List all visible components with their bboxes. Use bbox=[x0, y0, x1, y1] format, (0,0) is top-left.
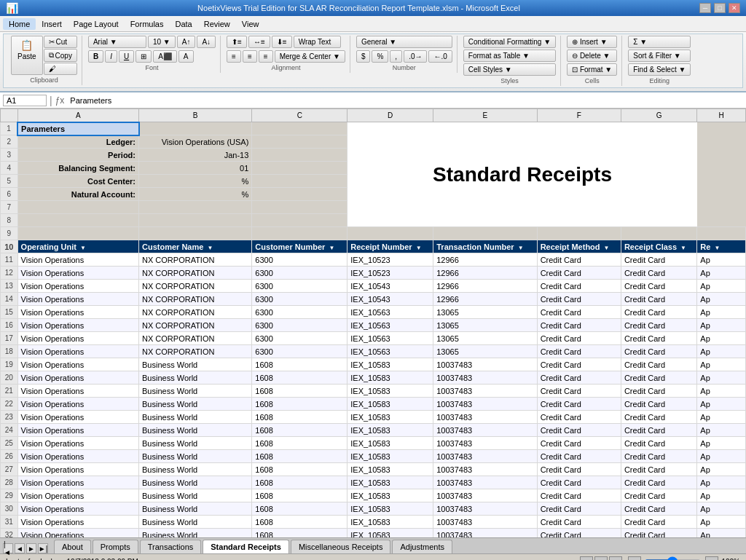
menu-data[interactable]: Data bbox=[169, 18, 197, 30]
cell-c19[interactable]: 1608 bbox=[252, 358, 348, 371]
cell-a17[interactable]: Vision Operations bbox=[17, 332, 138, 345]
cell-e31[interactable]: 10037483 bbox=[433, 516, 537, 529]
autosum-button[interactable]: Σ ▼ bbox=[628, 36, 691, 48]
cell-e9[interactable] bbox=[433, 227, 537, 240]
cut-button[interactable]: ✂Cut bbox=[44, 36, 77, 48]
cell-a11[interactable]: Vision Operations bbox=[17, 253, 138, 267]
header-transaction-number[interactable]: Transaction Number ▼ bbox=[433, 240, 537, 253]
cell-a19[interactable]: Vision Operations bbox=[17, 358, 138, 371]
cell-e22[interactable]: 10037483 bbox=[433, 398, 537, 411]
cell-e19[interactable]: 10037483 bbox=[433, 358, 537, 371]
cell-b27[interactable]: Business World bbox=[139, 463, 252, 476]
col-header-d[interactable]: D bbox=[348, 109, 433, 122]
cell-a7[interactable] bbox=[17, 201, 138, 214]
cell-d30[interactable]: IEX_10583 bbox=[348, 502, 433, 516]
cell-b24[interactable]: Business World bbox=[139, 424, 252, 437]
cell-g20[interactable]: Credit Card bbox=[621, 371, 696, 384]
sheet-nav-next[interactable]: ► bbox=[26, 543, 36, 553]
cell-b8[interactable] bbox=[139, 214, 252, 227]
cell-g26[interactable]: Credit Card bbox=[621, 450, 696, 463]
cell-a16[interactable]: Vision Operations bbox=[17, 319, 138, 332]
cell-f25[interactable]: Credit Card bbox=[537, 437, 621, 450]
cell-b1[interactable] bbox=[139, 122, 252, 135]
col-header-e[interactable]: E bbox=[433, 109, 537, 122]
cell-d25[interactable]: IEX_10583 bbox=[348, 437, 433, 450]
cell-a5[interactable]: Cost Center: bbox=[17, 175, 138, 188]
insert-button[interactable]: ⊕ Insert ▼ bbox=[567, 36, 617, 48]
cell-c6[interactable] bbox=[252, 188, 348, 201]
cell-a21[interactable]: Vision Operations bbox=[17, 384, 138, 398]
cell-d1[interactable]: Standard Receipts bbox=[348, 122, 697, 227]
cell-d19[interactable]: IEX_10583 bbox=[348, 358, 433, 371]
cell-a9[interactable] bbox=[17, 227, 138, 240]
cell-g16[interactable]: Credit Card bbox=[621, 319, 696, 332]
menu-home[interactable]: Home bbox=[3, 18, 36, 30]
cell-f28[interactable]: Credit Card bbox=[537, 476, 621, 489]
col-header-c[interactable]: C bbox=[252, 109, 348, 122]
sheet-tab-standard-receipts[interactable]: Standard Receipts bbox=[203, 540, 289, 553]
cell-styles-button[interactable]: Cell Styles ▼ bbox=[463, 63, 556, 76]
cell-e17[interactable]: 13065 bbox=[433, 332, 537, 345]
cell-c28[interactable]: 1608 bbox=[252, 476, 348, 489]
zoom-in-button[interactable]: + bbox=[705, 556, 718, 561]
cell-f21[interactable]: Credit Card bbox=[537, 384, 621, 398]
minimize-button[interactable]: ─ bbox=[699, 3, 711, 13]
cell-a25[interactable]: Vision Operations bbox=[17, 437, 138, 450]
menu-formulas[interactable]: Formulas bbox=[125, 18, 170, 30]
cell-d24[interactable]: IEX_10583 bbox=[348, 424, 433, 437]
cell-c2[interactable] bbox=[252, 135, 348, 149]
cell-b6[interactable]: % bbox=[139, 188, 252, 201]
cell-b19[interactable]: Business World bbox=[139, 358, 252, 371]
menu-insert[interactable]: Insert bbox=[36, 18, 68, 30]
paste-button[interactable]: 📋 Paste bbox=[11, 36, 43, 75]
cell-g28[interactable]: Credit Card bbox=[621, 476, 696, 489]
sheet-nav-last[interactable]: ►| bbox=[38, 543, 48, 553]
cell-f16[interactable]: Credit Card bbox=[537, 319, 621, 332]
formula-input[interactable] bbox=[70, 96, 743, 105]
cell-b31[interactable]: Business World bbox=[139, 516, 252, 529]
font-family-dropdown[interactable]: Arial ▼ bbox=[88, 36, 146, 48]
menu-view[interactable]: View bbox=[236, 18, 265, 30]
cell-b14[interactable]: NX CORPORATION bbox=[139, 293, 252, 306]
format-painter-button[interactable]: 🖌 bbox=[44, 63, 77, 75]
cell-g11[interactable]: Credit Card bbox=[621, 253, 696, 267]
cell-e16[interactable]: 13065 bbox=[433, 319, 537, 332]
cell-c20[interactable]: 1608 bbox=[252, 371, 348, 384]
format-as-table-button[interactable]: Format as Table ▼ bbox=[463, 50, 556, 62]
cell-a30[interactable]: Vision Operations bbox=[17, 502, 138, 516]
cell-c5[interactable] bbox=[252, 175, 348, 188]
align-middle-button[interactable]: ↔≡ bbox=[248, 36, 270, 48]
cell-c12[interactable]: 6300 bbox=[252, 267, 348, 280]
conditional-formatting-button[interactable]: Conditional Formatting ▼ bbox=[463, 36, 556, 48]
cell-b30[interactable]: Business World bbox=[139, 502, 252, 516]
cell-b7[interactable] bbox=[139, 201, 252, 214]
col-header-a[interactable]: A bbox=[17, 109, 138, 122]
cell-b4[interactable]: 01 bbox=[139, 162, 252, 175]
cell-d28[interactable]: IEX_10583 bbox=[348, 476, 433, 489]
cell-d20[interactable]: IEX_10583 bbox=[348, 371, 433, 384]
sheet-nav-first[interactable]: |◄ bbox=[3, 543, 13, 553]
cell-a12[interactable]: Vision Operations bbox=[17, 267, 138, 280]
cell-a24[interactable]: Vision Operations bbox=[17, 424, 138, 437]
cell-d15[interactable]: IEX_10563 bbox=[348, 306, 433, 319]
cell-h24[interactable]: Ap bbox=[697, 424, 746, 437]
cell-b17[interactable]: NX CORPORATION bbox=[139, 332, 252, 345]
header-receipt-class[interactable]: Receipt Class ▼ bbox=[621, 240, 696, 253]
cell-g30[interactable]: Credit Card bbox=[621, 502, 696, 516]
cell-d27[interactable]: IEX_10583 bbox=[348, 463, 433, 476]
fill-color-button[interactable]: A⬛ bbox=[153, 50, 177, 63]
page-layout-view-button[interactable]: ⊞ bbox=[594, 556, 608, 561]
align-top-button[interactable]: ⬆≡ bbox=[227, 36, 247, 48]
cell-c11[interactable]: 6300 bbox=[252, 253, 348, 267]
cell-b15[interactable]: NX CORPORATION bbox=[139, 306, 252, 319]
cell-a8[interactable] bbox=[17, 214, 138, 227]
cell-b26[interactable]: Business World bbox=[139, 450, 252, 463]
cell-h32[interactable]: Ap bbox=[697, 529, 746, 538]
cell-g23[interactable]: Credit Card bbox=[621, 411, 696, 424]
cell-c27[interactable]: 1608 bbox=[252, 463, 348, 476]
cell-g29[interactable]: Credit Card bbox=[621, 489, 696, 502]
cell-e30[interactable]: 10037483 bbox=[433, 502, 537, 516]
cell-a32[interactable]: Vision Operations bbox=[17, 529, 138, 538]
cell-a26[interactable]: Vision Operations bbox=[17, 450, 138, 463]
cell-g25[interactable]: Credit Card bbox=[621, 437, 696, 450]
